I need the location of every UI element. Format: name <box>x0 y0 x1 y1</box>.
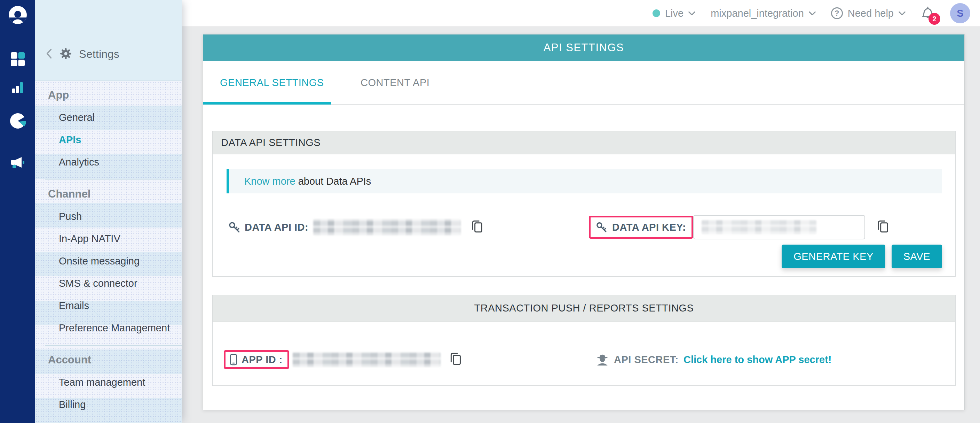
sidebar-item-apis[interactable]: APIs <box>35 129 182 151</box>
sidebar-menu: App General APIs Analytics Channel Push … <box>35 81 182 423</box>
know-more-banner: Know more about Data APIs <box>227 169 942 193</box>
chevron-down-icon <box>688 11 695 15</box>
data-api-key-label: DATA API KEY: <box>612 222 686 233</box>
active-tab-underline <box>203 102 331 105</box>
sidebar-item-analytics[interactable]: Analytics <box>35 151 182 173</box>
pie-chart-icon[interactable] <box>10 113 26 130</box>
page-title: API SETTINGS <box>203 35 964 61</box>
project-switcher[interactable]: mixpanel_integration <box>711 8 816 19</box>
megaphone-icon[interactable] <box>10 156 25 171</box>
topbar: Live mixpanel_integration ? Need help 2 … <box>182 0 980 27</box>
api-secret-row: API SECRET: Click here to show APP secre… <box>596 350 831 369</box>
phone-icon <box>230 354 237 366</box>
api-secret-label: API SECRET: <box>614 354 679 366</box>
gear-icon <box>59 47 72 61</box>
data-api-key-input[interactable] <box>693 215 865 239</box>
section-header: DATA API SETTINGS <box>213 131 955 154</box>
sidebar-section-channel: Channel Push In-App NATIV Onsite messagi… <box>35 180 182 339</box>
live-status-dot <box>652 10 660 17</box>
chevron-down-icon <box>899 11 905 15</box>
app-screen: Settings App General APIs Analytics Chan… <box>0 0 980 423</box>
tab-bar: GENERAL SETTINGS CONTENT API <box>203 61 964 105</box>
copy-icon[interactable] <box>449 351 462 367</box>
sidebar-item-inapp-nativ[interactable]: In-App NATIV <box>35 228 182 250</box>
sidebar-item-emails[interactable]: Emails <box>35 294 182 317</box>
tab-general-settings[interactable]: GENERAL SETTINGS <box>220 61 324 104</box>
brand-logo[interactable] <box>8 6 27 26</box>
settings-sidebar: Settings App General APIs Analytics Chan… <box>35 0 182 423</box>
app-id-row: APP ID : <box>224 347 462 372</box>
notification-badge: 2 <box>929 13 940 25</box>
project-name: mixpanel_integration <box>711 8 804 19</box>
back-chevron-icon[interactable] <box>46 48 52 60</box>
notifications-button[interactable]: 2 <box>921 5 935 21</box>
sidebar-header: Settings <box>35 0 182 80</box>
generate-key-button[interactable]: GENERATE KEY <box>782 244 885 268</box>
spy-icon <box>596 353 609 366</box>
sidebar-item-preference-management[interactable]: Preference Management <box>35 317 182 339</box>
help-menu[interactable]: ? Need help <box>831 7 905 19</box>
highlight-box-app-id: APP ID : <box>224 350 289 369</box>
data-api-id-label: DATA API ID: <box>245 222 308 233</box>
sidebar-section-label: App <box>35 84 182 106</box>
icon-rail <box>0 0 35 423</box>
sidebar-item-billing[interactable]: Billing <box>35 393 182 416</box>
sidebar-title: Settings <box>79 48 119 61</box>
apps-grid-icon[interactable] <box>10 51 25 68</box>
sidebar-item-push[interactable]: Push <box>35 205 182 228</box>
show-app-secret-link[interactable]: Click here to show APP secret! <box>684 354 831 366</box>
know-more-link[interactable]: Know more <box>244 176 296 187</box>
copy-icon[interactable] <box>471 219 484 235</box>
chevron-down-icon <box>809 11 816 15</box>
redacted-app-id-value <box>293 352 441 367</box>
key-icon <box>595 221 607 233</box>
tab-content-api[interactable]: CONTENT API <box>361 61 430 104</box>
data-api-key-row: DATA API KEY: <box>589 214 889 240</box>
redacted-data-api-id-value <box>313 219 461 235</box>
key-icon <box>228 221 240 233</box>
sidebar-section-label: Channel <box>35 183 182 205</box>
section-header: TRANSACTION PUSH / REPORTS SETTINGS <box>213 295 955 322</box>
transaction-settings-section: TRANSACTION PUSH / REPORTS SETTINGS APP … <box>212 295 956 386</box>
help-label: Need help <box>848 8 894 19</box>
sidebar-item-general[interactable]: General <box>35 106 182 129</box>
sidebar-section-app: App General APIs Analytics <box>35 81 182 173</box>
data-api-settings-section: DATA API SETTINGS Know more about Data A… <box>212 131 956 277</box>
data-api-id-row: DATA API ID: <box>228 215 484 239</box>
data-api-actions: GENERATE KEY SAVE <box>782 244 942 268</box>
sidebar-item-team-management[interactable]: Team management <box>35 371 182 393</box>
app-id-label: APP ID : <box>242 354 283 366</box>
copy-icon[interactable] <box>876 219 889 235</box>
sidebar-item-sms-connector[interactable]: SMS & connector <box>35 272 182 294</box>
environment-label: Live <box>665 8 684 19</box>
sidebar-section-account: Account Team management Billing <box>35 346 182 416</box>
sidebar-item-onsite-messaging[interactable]: Onsite messaging <box>35 250 182 272</box>
help-icon: ? <box>831 7 843 19</box>
highlight-box-data-api-key: DATA API KEY: <box>589 215 693 239</box>
know-more-text: about Data APIs <box>296 176 371 187</box>
api-settings-card: API SETTINGS GENERAL SETTINGS CONTENT AP… <box>203 34 965 410</box>
environment-switcher[interactable]: Live <box>652 8 695 19</box>
bar-chart-icon[interactable] <box>11 80 25 96</box>
redacted-data-api-key-value <box>702 220 816 234</box>
save-button[interactable]: SAVE <box>892 244 942 268</box>
avatar[interactable]: S <box>950 3 970 23</box>
sidebar-section-label: Account <box>35 349 182 371</box>
